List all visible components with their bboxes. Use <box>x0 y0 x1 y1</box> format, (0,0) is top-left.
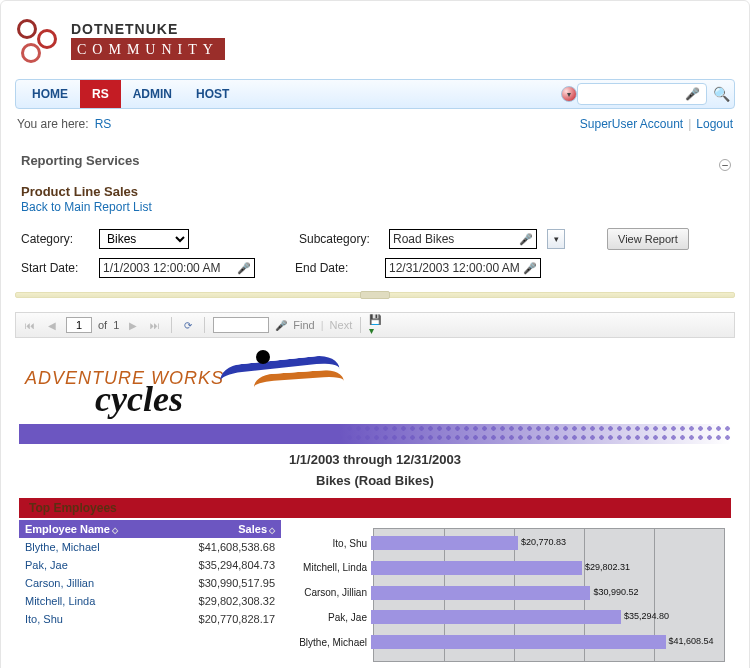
view-report-button[interactable]: View Report <box>607 228 689 250</box>
logo-icon <box>15 15 65 65</box>
sales-chart: Ito, Shu$20,770.83Mitchell, Linda$29,802… <box>289 528 731 668</box>
mic-icon[interactable]: 🎤 <box>685 87 700 101</box>
report-title: Product Line Sales <box>21 184 735 199</box>
start-date-input[interactable]: 1/1/2003 12:00:00 AM 🎤 <box>99 258 255 278</box>
report-subtitle: Bikes (Road Bikes) <box>19 473 731 488</box>
report-body: Adventure Works cycles 1/1/2003 through … <box>15 338 735 668</box>
category-select[interactable]: Bikes <box>99 229 189 249</box>
aw-logo-text2: cycles <box>95 387 224 412</box>
report-date-range: 1/1/2003 through 12/31/2003 <box>19 452 731 467</box>
chart-bar <box>371 610 621 624</box>
col-employee[interactable]: Employee Name◇ <box>19 520 181 538</box>
emp-name[interactable]: Blythe, Michael <box>19 538 181 556</box>
export-button[interactable]: 💾▾ <box>369 317 385 333</box>
find-next-link[interactable]: Next <box>330 319 353 331</box>
start-date-label: Start Date: <box>21 261 89 275</box>
mic-icon: 🎤 <box>237 262 251 275</box>
collapse-icon[interactable]: – <box>719 159 731 171</box>
end-date-input[interactable]: 12/31/2003 12:00:00 AM 🎤 <box>385 258 541 278</box>
back-to-list-link[interactable]: Back to Main Report List <box>21 200 735 214</box>
logo-text-bottom: COMMUNITY <box>71 40 225 60</box>
top-employees-header: Top Employees <box>19 498 731 518</box>
start-date-value: 1/1/2003 12:00:00 AM <box>103 261 220 275</box>
chart-bar <box>371 586 590 600</box>
refresh-button[interactable]: ⟳ <box>180 317 196 333</box>
category-label: Category: <box>21 232 89 246</box>
table-row: Ito, Shu$20,770,828.17 <box>19 610 281 628</box>
mic-icon: 🎤 <box>275 320 287 331</box>
logo-text-top: DOTNETNUKE <box>71 21 225 40</box>
sort-icon[interactable]: ◇ <box>112 526 118 535</box>
chart-bar-value: $35,294.80 <box>624 611 669 621</box>
emp-sales: $20,770,828.17 <box>181 610 281 628</box>
emp-sales: $35,294,804.73 <box>181 556 281 574</box>
chart-bar <box>371 536 518 550</box>
subcategory-select[interactable]: Road Bikes 🎤 <box>389 229 537 249</box>
nav-rs[interactable]: RS <box>80 80 121 108</box>
emp-sales: $29,802,308.32 <box>181 592 281 610</box>
emp-sales: $41,608,538.68 <box>181 538 281 556</box>
page-number-input[interactable] <box>66 317 92 333</box>
last-page-button[interactable]: ⏭ <box>147 317 163 333</box>
subcategory-dropdown-button[interactable]: ▾ <box>547 229 565 249</box>
subcategory-label: Subcategory: <box>299 232 379 246</box>
chart-bar-value: $41,608.54 <box>669 636 714 646</box>
mic-icon: 🎤 <box>519 233 533 246</box>
chart-bar-label: Ito, Shu <box>289 538 371 549</box>
first-page-button[interactable]: ⏮ <box>22 317 38 333</box>
module-title: Reporting Services <box>21 153 140 168</box>
table-row: Blythe, Michael$41,608,538.68 <box>19 538 281 556</box>
emp-name[interactable]: Pak, Jae <box>19 556 181 574</box>
subcategory-value: Road Bikes <box>393 232 454 246</box>
emp-sales: $30,990,517.95 <box>181 574 281 592</box>
emp-name[interactable]: Carson, Jillian <box>19 574 181 592</box>
account-link[interactable]: SuperUser Account <box>580 117 683 131</box>
search-icon[interactable]: 🔍 <box>713 86 730 102</box>
chart-bar-value: $20,770.83 <box>521 537 566 547</box>
col-sales[interactable]: Sales◇ <box>181 520 281 538</box>
main-nav: HOME RS ADMIN HOST ▾ 🎤 🔍 <box>15 79 735 109</box>
chart-bar <box>371 561 582 575</box>
mic-icon: 🎤 <box>523 262 537 275</box>
chart-bar <box>371 635 666 649</box>
chart-bar-label: Pak, Jae <box>289 612 371 623</box>
table-row: Mitchell, Linda$29,802,308.32 <box>19 592 281 610</box>
emp-name[interactable]: Ito, Shu <box>19 610 181 628</box>
report-toolbar: ⏮ ◀ of 1 ▶ ⏭ ⟳ 🎤 Find | Next 💾▾ <box>15 312 735 338</box>
search-scope-dropdown[interactable]: ▾ <box>561 86 577 102</box>
chart-bar-label: Blythe, Michael <box>289 637 371 648</box>
logout-link[interactable]: Logout <box>696 117 733 131</box>
aw-logo-graphic <box>230 352 340 412</box>
chart-bar-label: Carson, Jillian <box>289 587 371 598</box>
prev-page-button[interactable]: ◀ <box>44 317 60 333</box>
employee-table: Employee Name◇ Sales◇ Blythe, Michael$41… <box>19 520 281 628</box>
site-logo: DOTNETNUKE COMMUNITY <box>15 11 735 79</box>
emp-name[interactable]: Mitchell, Linda <box>19 592 181 610</box>
table-row: Carson, Jillian$30,990,517.95 <box>19 574 281 592</box>
breadcrumb-current[interactable]: RS <box>95 117 112 131</box>
sort-icon[interactable]: ◇ <box>269 526 275 535</box>
find-link[interactable]: Find <box>293 319 314 331</box>
page-of-label: of <box>98 319 107 331</box>
splitter-handle[interactable] <box>360 291 390 299</box>
next-page-button[interactable]: ▶ <box>125 317 141 333</box>
end-date-value: 12/31/2003 12:00:00 AM <box>389 261 520 275</box>
site-search[interactable]: 🎤 <box>577 83 707 105</box>
nav-host[interactable]: HOST <box>184 80 241 108</box>
decorative-band <box>19 424 731 444</box>
find-input[interactable] <box>213 317 269 333</box>
chart-bar-value: $30,990.52 <box>593 587 638 597</box>
end-date-label: End Date: <box>295 261 375 275</box>
table-row: Pak, Jae$35,294,804.73 <box>19 556 281 574</box>
separator: | <box>688 117 691 131</box>
breadcrumb-label: You are here: <box>17 117 89 131</box>
nav-admin[interactable]: ADMIN <box>121 80 184 108</box>
page-total: 1 <box>113 319 119 331</box>
chart-bar-label: Mitchell, Linda <box>289 562 371 573</box>
nav-home[interactable]: HOME <box>20 80 80 108</box>
chart-bar-value: $29,802.31 <box>585 562 630 572</box>
